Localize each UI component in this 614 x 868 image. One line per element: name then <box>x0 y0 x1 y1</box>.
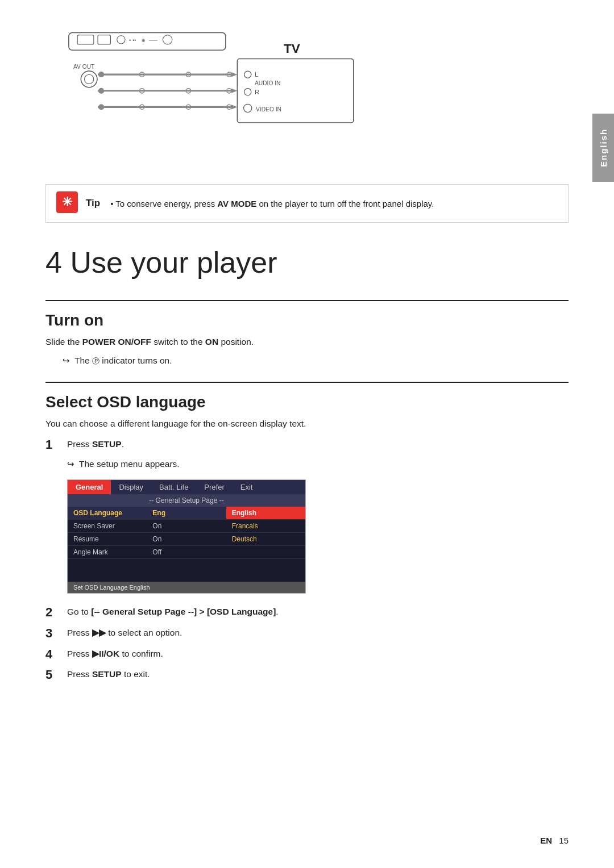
osd-tab-general: General <box>68 480 111 494</box>
osd-row2-col3: Deutsch <box>226 533 305 545</box>
svg-marker-27 <box>231 72 237 77</box>
step-2-number: 2 <box>45 604 67 621</box>
osd-row2-col1: Resume <box>68 533 147 545</box>
turn-on-heading: Turn on <box>45 311 569 329</box>
osd-row3-col2: Off <box>147 546 226 558</box>
svg-text:───: ─── <box>148 39 158 43</box>
osd-status-bar: Set OSD Language English <box>68 582 305 593</box>
svg-point-23 <box>98 104 104 110</box>
chapter-title: Use your player <box>70 246 277 279</box>
osd-tab-exit: Exit <box>233 480 261 494</box>
connection-diagram: • •• ⊕ ─── AV OUT <box>45 23 569 170</box>
svg-point-32 <box>244 71 251 78</box>
step-1-text: Press SETUP. <box>67 436 569 452</box>
chapter-heading: 4 Use your player <box>45 245 569 279</box>
svg-marker-28 <box>231 89 237 93</box>
tip-bold-text: AV MODE <box>217 199 256 208</box>
step-5-number: 5 <box>45 666 67 684</box>
step-3-text: Press ▶▶ to select an option. <box>67 625 569 640</box>
chapter-number: 4 <box>45 246 62 279</box>
tip-icon: ✳ <box>56 191 78 213</box>
tip-text-after: on the player to turn off the front pane… <box>256 199 434 208</box>
step-2-text: Go to [-- General Setup Page --] > [OSD … <box>67 604 569 619</box>
step-4: 4 Press ▶II/OK to confirm. <box>45 646 569 663</box>
osd-row-3: Angle Mark Off <box>68 546 305 559</box>
svg-text:R: R <box>255 89 259 95</box>
osd-intro: You can choose a different language for … <box>45 417 569 431</box>
osd-row-2: Resume On Deutsch <box>68 533 305 546</box>
step-5-bold: SETUP <box>92 669 122 679</box>
step-3-bold: ▶▶ <box>92 628 106 637</box>
turn-on-result: ↪ The Ⓟ indicator turns on. <box>63 354 569 368</box>
osd-row2-col2: On <box>147 533 226 545</box>
svg-point-10 <box>81 71 97 87</box>
osd-row3-col1: Angle Mark <box>68 546 147 558</box>
svg-text:⊕: ⊕ <box>142 38 146 43</box>
step-1-result-text: The setup menu appears. <box>79 457 180 471</box>
svg-marker-29 <box>231 105 237 109</box>
svg-point-8 <box>163 35 172 44</box>
step-2: 2 Go to [-- General Setup Page --] > [OS… <box>45 604 569 621</box>
osd-page-title: -- General Setup Page -- <box>68 494 305 507</box>
footer-page-number: 15 <box>559 836 569 845</box>
arrow-icon: ↪ <box>63 354 70 368</box>
osd-col3-header: English <box>226 507 305 519</box>
step-3: 3 Press ▶▶ to select an option. <box>45 625 569 642</box>
osd-divider <box>45 382 569 383</box>
page-container: English • •• ⊕ ─── AV OUT <box>0 0 614 868</box>
side-tab: English <box>592 114 614 182</box>
turn-on-result-text: The Ⓟ indicator turns on. <box>74 354 172 368</box>
osd-col2-header: Eng <box>147 507 226 519</box>
osd-tab-display: Display <box>111 480 151 494</box>
osd-menu-screenshot: General Display Batt. Life Prefer Exit -… <box>67 479 306 594</box>
svg-text:•: • <box>129 38 131 43</box>
power-circle-icon: Ⓟ <box>92 357 99 365</box>
osd-row1-col2: On <box>147 520 226 532</box>
page-footer: EN 15 <box>540 836 569 845</box>
step-4-bold: ▶II/OK <box>92 649 119 658</box>
osd-tab-bar: General Display Batt. Life Prefer Exit <box>68 480 305 494</box>
setup-bold-1: SETUP <box>92 439 122 449</box>
tip-star-icon: ✳ <box>62 195 72 210</box>
tip-box: ✳ Tip • To conserve energy, press AV MOD… <box>45 184 569 223</box>
step-5: 5 Press SETUP to exit. <box>45 666 569 684</box>
svg-text:VIDEO IN: VIDEO IN <box>256 106 281 112</box>
footer-en-label: EN <box>540 836 552 845</box>
tip-label: Tip <box>86 193 100 214</box>
osd-row1-col3: Francais <box>226 520 305 532</box>
svg-text:AUDIO IN: AUDIO IN <box>255 80 280 86</box>
svg-point-3 <box>117 36 125 44</box>
tip-text-before: To conserve energy, press <box>115 199 217 208</box>
svg-point-37 <box>244 104 252 112</box>
diagram-area: • •• ⊕ ─── AV OUT <box>45 23 569 170</box>
power-bold: POWER ON/OFF <box>82 337 151 347</box>
step-2-bold: [-- General Setup Page --] > [OSD Langua… <box>91 607 276 616</box>
svg-text:L: L <box>255 71 258 78</box>
osd-row3-col3 <box>226 546 305 558</box>
step-1: 1 Press SETUP. <box>45 436 569 454</box>
step-4-number: 4 <box>45 646 67 663</box>
turn-on-text: Slide the POWER ON/OFF switch to the ON … <box>45 335 569 349</box>
osd-col1-header: OSD Language <box>68 507 147 519</box>
step-4-text: Press ▶II/OK to confirm. <box>67 646 569 661</box>
osd-heading: Select OSD language <box>45 393 569 411</box>
svg-text:TV: TV <box>284 41 300 56</box>
side-tab-label: English <box>599 128 608 167</box>
svg-text:AV OUT: AV OUT <box>73 64 94 70</box>
tip-content: • To conserve energy, press AV MODE on t… <box>110 193 434 211</box>
svg-rect-1 <box>77 35 94 44</box>
osd-spacer <box>68 559 305 582</box>
svg-point-13 <box>98 72 104 77</box>
osd-tab-prefer: Prefer <box>196 480 232 494</box>
step-3-number: 3 <box>45 625 67 642</box>
osd-row-1: Screen Saver On Francais <box>68 520 305 533</box>
svg-point-11 <box>84 74 93 84</box>
step-5-text: Press SETUP to exit. <box>67 666 569 682</box>
svg-point-18 <box>98 88 104 94</box>
osd-step-list: 1 Press SETUP. ↪ The setup menu appears.… <box>45 436 569 684</box>
step-1-result: ↪ The setup menu appears. <box>67 457 569 471</box>
svg-point-35 <box>244 89 251 95</box>
turn-on-divider <box>45 300 569 301</box>
svg-text:••: •• <box>132 38 136 43</box>
on-bold: ON <box>205 337 218 347</box>
